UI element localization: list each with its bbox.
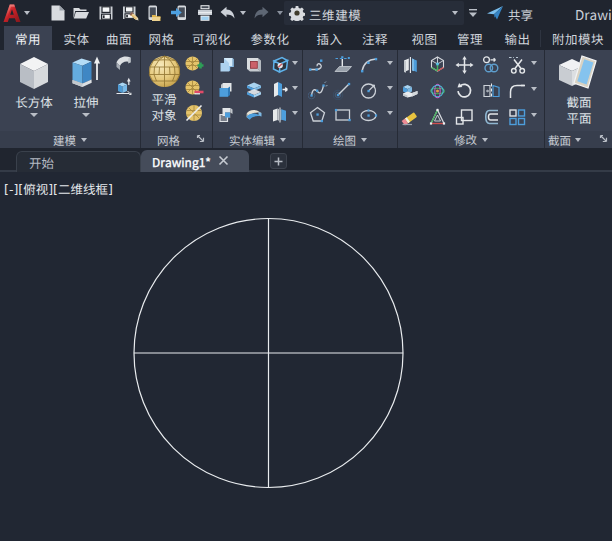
- new-tab-button[interactable]: [270, 153, 287, 169]
- slice-solid-button[interactable]: [400, 55, 421, 75]
- box-caret-icon[interactable]: [30, 113, 38, 117]
- ribbon-tab-mesh[interactable]: 网格: [140, 26, 183, 50]
- presspull-button[interactable]: [114, 77, 134, 97]
- panel-label-solid-editing[interactable]: 实体编辑: [213, 131, 302, 148]
- save-to-web-mobile-button[interactable]: [170, 4, 188, 22]
- redo-caret-icon[interactable]: [277, 11, 283, 15]
- polygon-button[interactable]: [308, 105, 329, 125]
- fillet-caret-icon[interactable]: [531, 87, 537, 91]
- section-dialog-launcher-icon[interactable]: [599, 134, 609, 144]
- fillet-edge-button[interactable]: [244, 105, 264, 125]
- slice-caret-icon[interactable]: [292, 86, 298, 90]
- ellipse-button[interactable]: [359, 105, 380, 125]
- extrude-button[interactable]: 拉伸: [62, 54, 110, 117]
- rectangle-button[interactable]: [333, 105, 354, 125]
- ellipse-caret-icon[interactable]: [387, 111, 393, 115]
- trim-button[interactable]: [507, 55, 528, 75]
- subtract2-button[interactable]: [217, 80, 237, 100]
- viewport-controls[interactable]: [-][俯视][二维线框]: [4, 179, 113, 198]
- section-plane-button[interactable]: 截面 平面: [553, 52, 605, 126]
- slice-button[interactable]: [244, 80, 264, 100]
- qat-customize-icon[interactable]: [468, 8, 478, 18]
- fillet-button[interactable]: [507, 81, 528, 101]
- save-button[interactable]: [97, 4, 115, 22]
- offset-button[interactable]: [481, 107, 502, 127]
- undo-caret-icon[interactable]: [240, 11, 246, 15]
- ribbon-tab-surface[interactable]: 曲面: [98, 26, 140, 50]
- arc-button[interactable]: [359, 55, 380, 75]
- drawing-canvas[interactable]: [-][俯视][二维线框]: [0, 172, 612, 541]
- logo-caret-icon[interactable]: [24, 11, 30, 15]
- modeling-flyout-caret-icon: [81, 138, 87, 142]
- circle-caret-icon[interactable]: [387, 86, 393, 90]
- union-caret-icon[interactable]: [292, 61, 298, 65]
- ribbon-tab-bar: 常用 实体 曲面 网格 可视化 参数化 插入 注释 视图 管理 输出 附加模块: [0, 26, 612, 50]
- share-icon[interactable]: [486, 4, 504, 22]
- intersect-button[interactable]: [217, 105, 237, 125]
- rotate-button[interactable]: [454, 81, 475, 101]
- polysolid-button[interactable]: [114, 53, 134, 73]
- subtract-button[interactable]: [244, 55, 264, 75]
- close-tab-icon[interactable]: [218, 155, 229, 166]
- spline-button[interactable]: [308, 80, 329, 100]
- open-button[interactable]: [72, 4, 90, 22]
- panel-label-modify[interactable]: 修改: [398, 131, 544, 148]
- ribbon-tab-manage[interactable]: 管理: [449, 26, 491, 50]
- box-button[interactable]: 长方体: [8, 54, 60, 117]
- ribbon-tab-annotate[interactable]: 注释: [354, 26, 396, 50]
- scale-3d-button[interactable]: [427, 107, 448, 127]
- thicken-button[interactable]: [270, 80, 290, 100]
- extrude-caret-icon[interactable]: [82, 113, 90, 117]
- separate-button[interactable]: [270, 105, 290, 125]
- ribbon-tab-output[interactable]: 输出: [496, 26, 539, 50]
- label-label: 建模: [53, 132, 76, 148]
- trim-caret-icon[interactable]: [531, 61, 537, 65]
- share-label[interactable]: 共享: [508, 5, 533, 24]
- panel-label-draw[interactable]: 绘图: [303, 131, 397, 148]
- ribbon-tab-visualize[interactable]: 可视化: [184, 26, 239, 50]
- open-from-web-mobile-button[interactable]: [144, 4, 162, 22]
- file-tab-start[interactable]: 开始: [16, 151, 141, 172]
- ribbon-tab-view[interactable]: 视图: [403, 26, 446, 50]
- undo-button[interactable]: [219, 5, 236, 21]
- ribbon-tab-solid[interactable]: 实体: [55, 26, 98, 50]
- union-button[interactable]: [217, 55, 237, 75]
- planar-surface-button[interactable]: [333, 55, 354, 75]
- ribbon-tab-home[interactable]: 常用: [4, 26, 52, 50]
- smooth-less-button[interactable]: [184, 79, 204, 99]
- ribbon-tab-addins[interactable]: 附加模块: [544, 26, 612, 50]
- panel-label-modeling[interactable]: 建模: [0, 131, 140, 148]
- erase-button[interactable]: [400, 107, 421, 127]
- ribbon-tab-parametric[interactable]: 参数化: [242, 26, 298, 50]
- new-file-button[interactable]: [49, 4, 67, 22]
- redo-button[interactable]: [253, 5, 270, 21]
- interfere-button[interactable]: [270, 55, 290, 75]
- section-flyout-caret-icon: [575, 138, 581, 142]
- polyline-button[interactable]: [308, 55, 329, 75]
- autocad-logo[interactable]: [2, 3, 22, 23]
- presspull-mod-button[interactable]: [400, 81, 421, 101]
- separate-caret-icon[interactable]: [292, 111, 298, 115]
- copy-button[interactable]: [481, 55, 502, 75]
- panel-solid-editing: 实体编辑: [213, 50, 303, 148]
- mirror-button[interactable]: [481, 81, 502, 101]
- move-button[interactable]: [454, 55, 475, 75]
- scale-button[interactable]: [454, 107, 475, 127]
- save-as-button[interactable]: [121, 4, 140, 22]
- smooth-more-button[interactable]: [184, 55, 204, 75]
- workspace-gear-icon[interactable]: [289, 5, 305, 21]
- plot-button[interactable]: [196, 4, 214, 22]
- mesh-dialog-launcher-icon[interactable]: [196, 134, 206, 144]
- rotate-3d-button[interactable]: [427, 81, 448, 101]
- refine-mesh-button[interactable]: [184, 103, 204, 123]
- array-button[interactable]: [507, 107, 528, 127]
- move-3d-button[interactable]: [427, 55, 448, 75]
- file-tab-drawing1[interactable]: Drawing1*: [141, 150, 249, 172]
- ribbon-tab-insert[interactable]: 插入: [308, 26, 351, 50]
- array-caret-icon[interactable]: [531, 113, 537, 117]
- circle-button[interactable]: [359, 80, 380, 100]
- line-button[interactable]: [333, 80, 354, 100]
- arc-caret-icon[interactable]: [387, 61, 393, 65]
- workspace-caret-icon[interactable]: [452, 11, 458, 15]
- smooth-object-button[interactable]: 平滑 对象: [144, 54, 184, 123]
